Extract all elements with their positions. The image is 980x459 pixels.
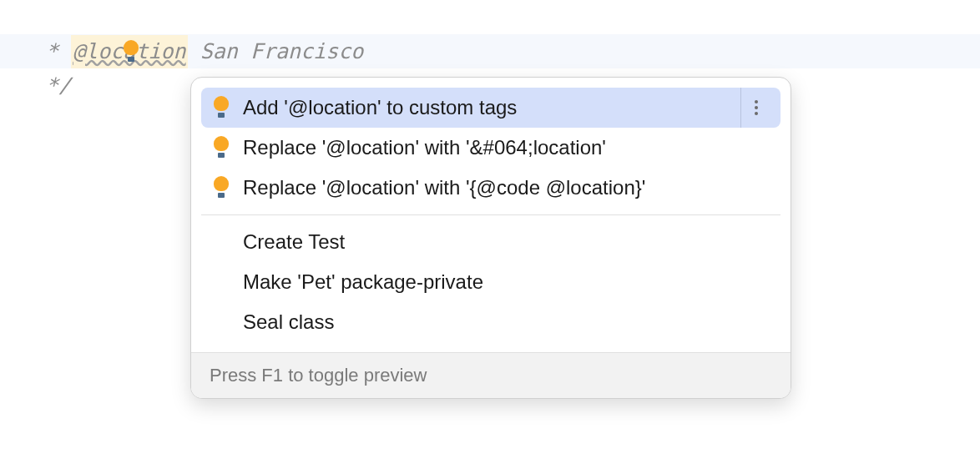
popup-separator: [201, 214, 780, 215]
lightbulb-icon: [211, 96, 231, 119]
lightbulb-icon: [121, 40, 141, 63]
popup-footer-hint: Press F1 to toggle preview: [191, 352, 791, 398]
intention-item-label: Replace '@location' with '&#064;location…: [243, 136, 770, 159]
more-options-handle[interactable]: [740, 88, 770, 128]
lightbulb-icon: [211, 136, 231, 159]
doc-tag-value: San Francisco: [188, 35, 364, 68]
intention-replace-code[interactable]: Replace '@location' with '{@code @locati…: [201, 168, 780, 208]
intention-item-label: Seal class: [243, 310, 770, 334]
code-line-blank: [0, 0, 980, 34]
code-line-doc-tag[interactable]: * @location San Francisco: [0, 34, 980, 68]
intention-item-label: Make 'Pet' package-private: [243, 270, 770, 294]
intention-item-label: Create Test: [243, 230, 770, 254]
intention-make-package-private[interactable]: Make 'Pet' package-private: [201, 262, 780, 302]
lightbulb-icon: [211, 176, 231, 199]
intention-actions-popup: Add '@location' to custom tags Replace '…: [190, 77, 791, 399]
intention-create-test[interactable]: Create Test: [201, 222, 780, 262]
intention-replace-entity[interactable]: Replace '@location' with '&#064;location…: [201, 128, 780, 168]
intention-item-label: Replace '@location' with '{@code @locati…: [243, 176, 770, 199]
gutter-intention-bulb[interactable]: [46, 7, 141, 107]
intention-item-label: Add '@location' to custom tags: [243, 96, 734, 119]
intention-seal-class[interactable]: Seal class: [201, 302, 780, 342]
intention-add-custom-tag[interactable]: Add '@location' to custom tags: [201, 88, 780, 128]
vertical-dots-icon: [755, 100, 758, 115]
